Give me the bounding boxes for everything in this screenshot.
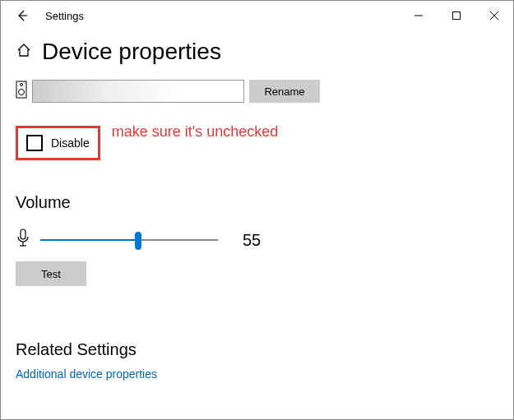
test-button[interactable]: Test xyxy=(16,261,86,286)
page-title: Device properties xyxy=(42,39,221,65)
close-button[interactable] xyxy=(475,1,513,30)
volume-row: 55 xyxy=(16,228,498,252)
volume-section-title: Volume xyxy=(16,193,498,212)
rename-row: Rename xyxy=(16,80,498,103)
close-icon xyxy=(490,12,498,20)
titlebar: Settings xyxy=(1,1,513,30)
microphone-icon xyxy=(16,228,30,252)
volume-slider-thumb[interactable] xyxy=(135,232,141,250)
minimize-button[interactable] xyxy=(400,1,438,30)
volume-value: 55 xyxy=(243,231,261,250)
app-title: Settings xyxy=(45,10,400,22)
maximize-icon xyxy=(452,12,461,20)
device-name-input[interactable] xyxy=(32,80,244,103)
back-button[interactable] xyxy=(11,4,34,27)
window-controls xyxy=(400,1,513,30)
minimize-icon xyxy=(414,12,423,20)
rename-button[interactable]: Rename xyxy=(249,80,320,103)
page-header: Device properties xyxy=(1,30,513,75)
annotation-text: make sure it's unchecked xyxy=(112,123,279,141)
volume-slider[interactable] xyxy=(40,232,218,248)
svg-rect-2 xyxy=(453,12,461,20)
maximize-button[interactable] xyxy=(438,1,475,30)
additional-device-properties-link[interactable]: Additional device properties xyxy=(16,367,157,381)
svg-point-6 xyxy=(21,84,23,86)
disable-highlight-box: Disable xyxy=(16,126,100,160)
svg-point-7 xyxy=(19,90,25,95)
arrow-left-icon xyxy=(16,9,29,22)
home-icon[interactable] xyxy=(16,42,32,62)
svg-rect-8 xyxy=(21,229,25,239)
related-section-title: Related Settings xyxy=(16,340,498,359)
disable-label: Disable xyxy=(51,136,90,150)
disable-checkbox[interactable] xyxy=(26,135,43,151)
speaker-icon xyxy=(16,81,27,102)
